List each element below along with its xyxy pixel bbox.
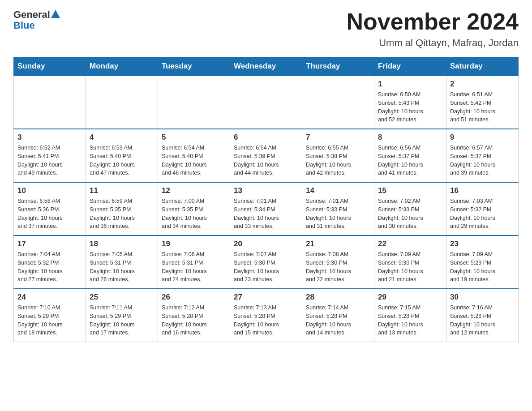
week-row-4: 17Sunrise: 7:04 AMSunset: 5:32 PMDayligh…: [14, 235, 519, 289]
day-number: 18: [90, 240, 154, 248]
day-info: Sunrise: 6:51 AMSunset: 5:42 PMDaylight:…: [450, 90, 515, 124]
calendar-cell: 28Sunrise: 7:14 AMSunset: 5:28 PMDayligh…: [302, 289, 374, 342]
calendar-cell: 13Sunrise: 7:01 AMSunset: 5:34 PMDayligh…: [230, 182, 302, 235]
weekday-header-saturday: Saturday: [446, 57, 519, 76]
calendar-cell: 1Sunrise: 6:50 AMSunset: 5:43 PMDaylight…: [374, 76, 446, 129]
weekday-header-row: SundayMondayTuesdayWednesdayThursdayFrid…: [14, 57, 519, 76]
calendar-cell: 14Sunrise: 7:01 AMSunset: 5:33 PMDayligh…: [302, 182, 374, 235]
calendar-cell: 30Sunrise: 7:16 AMSunset: 5:28 PMDayligh…: [446, 289, 519, 342]
day-info: Sunrise: 6:55 AMSunset: 5:38 PMDaylight:…: [306, 144, 370, 177]
day-number: 26: [162, 293, 226, 302]
day-number: 11: [90, 186, 154, 195]
calendar-cell: 15Sunrise: 7:02 AMSunset: 5:33 PMDayligh…: [374, 182, 446, 235]
day-number: 13: [234, 186, 298, 195]
calendar-cell: 16Sunrise: 7:03 AMSunset: 5:32 PMDayligh…: [446, 182, 519, 235]
day-number: 2: [450, 80, 515, 89]
day-info: Sunrise: 6:58 AMSunset: 5:36 PMDaylight:…: [17, 197, 82, 231]
day-info: Sunrise: 7:16 AMSunset: 5:28 PMDaylight:…: [450, 304, 515, 337]
calendar-cell: 23Sunrise: 7:09 AMSunset: 5:29 PMDayligh…: [446, 235, 519, 289]
day-info: Sunrise: 7:12 AMSunset: 5:28 PMDaylight:…: [162, 304, 226, 337]
calendar-cell: 10Sunrise: 6:58 AMSunset: 5:36 PMDayligh…: [14, 182, 86, 235]
calendar-cell: 29Sunrise: 7:15 AMSunset: 5:28 PMDayligh…: [374, 289, 446, 342]
calendar-cell: [14, 76, 86, 129]
day-number: 3: [17, 133, 82, 142]
calendar-cell: 6Sunrise: 6:54 AMSunset: 5:39 PMDaylight…: [230, 129, 302, 182]
day-info: Sunrise: 6:54 AMSunset: 5:40 PMDaylight:…: [162, 144, 226, 177]
day-number: 20: [234, 240, 298, 248]
day-info: Sunrise: 7:06 AMSunset: 5:31 PMDaylight:…: [162, 250, 226, 284]
logo-triangle-icon: [51, 10, 60, 18]
weekday-header-sunday: Sunday: [14, 57, 86, 76]
calendar-table: SundayMondayTuesdayWednesdayThursdayFrid…: [13, 57, 519, 342]
day-info: Sunrise: 7:14 AMSunset: 5:28 PMDaylight:…: [306, 304, 370, 337]
calendar-cell: [302, 76, 374, 129]
day-number: 7: [306, 133, 370, 142]
day-info: Sunrise: 7:11 AMSunset: 5:29 PMDaylight:…: [90, 304, 154, 337]
day-number: 5: [162, 133, 226, 142]
calendar-cell: 22Sunrise: 7:09 AMSunset: 5:30 PMDayligh…: [374, 235, 446, 289]
calendar-cell: 26Sunrise: 7:12 AMSunset: 5:28 PMDayligh…: [158, 289, 230, 342]
calendar-cell: 19Sunrise: 7:06 AMSunset: 5:31 PMDayligh…: [158, 235, 230, 289]
day-number: 29: [378, 293, 442, 302]
day-info: Sunrise: 6:52 AMSunset: 5:41 PMDaylight:…: [17, 144, 82, 177]
day-number: 15: [378, 186, 442, 195]
calendar-cell: 17Sunrise: 7:04 AMSunset: 5:32 PMDayligh…: [14, 235, 86, 289]
calendar-cell: 2Sunrise: 6:51 AMSunset: 5:42 PMDaylight…: [446, 76, 519, 129]
header: General Blue November 2024 Umm al Qittay…: [13, 9, 519, 49]
day-info: Sunrise: 7:03 AMSunset: 5:32 PMDaylight:…: [450, 197, 515, 231]
calendar-cell: 8Sunrise: 6:56 AMSunset: 5:37 PMDaylight…: [374, 129, 446, 182]
day-number: 4: [90, 133, 154, 142]
week-row-2: 3Sunrise: 6:52 AMSunset: 5:41 PMDaylight…: [14, 129, 519, 182]
calendar-cell: [86, 76, 158, 129]
day-info: Sunrise: 7:09 AMSunset: 5:29 PMDaylight:…: [450, 250, 515, 284]
day-info: Sunrise: 7:01 AMSunset: 5:34 PMDaylight:…: [234, 197, 298, 231]
weekday-header-tuesday: Tuesday: [158, 57, 230, 76]
logo-blue-text: Blue: [13, 20, 35, 31]
weekday-header-thursday: Thursday: [302, 57, 374, 76]
calendar-cell: 5Sunrise: 6:54 AMSunset: 5:40 PMDaylight…: [158, 129, 230, 182]
calendar-cell: 12Sunrise: 7:00 AMSunset: 5:35 PMDayligh…: [158, 182, 230, 235]
title-area: November 2024 Umm al Qittayn, Mafraq, Jo…: [347, 9, 519, 49]
calendar-subtitle: Umm al Qittayn, Mafraq, Jordan: [347, 37, 519, 49]
day-number: 30: [450, 293, 515, 302]
week-row-5: 24Sunrise: 7:10 AMSunset: 5:29 PMDayligh…: [14, 289, 519, 342]
day-info: Sunrise: 7:01 AMSunset: 5:33 PMDaylight:…: [306, 197, 370, 231]
week-row-1: 1Sunrise: 6:50 AMSunset: 5:43 PMDaylight…: [14, 76, 519, 129]
logo-general-text: General: [13, 9, 50, 21]
day-info: Sunrise: 6:54 AMSunset: 5:39 PMDaylight:…: [234, 144, 298, 177]
day-info: Sunrise: 6:53 AMSunset: 5:40 PMDaylight:…: [90, 144, 154, 177]
day-info: Sunrise: 7:04 AMSunset: 5:32 PMDaylight:…: [17, 250, 82, 284]
day-info: Sunrise: 7:00 AMSunset: 5:35 PMDaylight:…: [162, 197, 226, 231]
calendar-cell: 27Sunrise: 7:13 AMSunset: 5:28 PMDayligh…: [230, 289, 302, 342]
calendar-cell: 24Sunrise: 7:10 AMSunset: 5:29 PMDayligh…: [14, 289, 86, 342]
calendar-cell: 25Sunrise: 7:11 AMSunset: 5:29 PMDayligh…: [86, 289, 158, 342]
day-number: 21: [306, 240, 370, 248]
day-number: 23: [450, 240, 515, 248]
day-info: Sunrise: 6:59 AMSunset: 5:35 PMDaylight:…: [90, 197, 154, 231]
day-info: Sunrise: 7:02 AMSunset: 5:33 PMDaylight:…: [378, 197, 442, 231]
calendar-cell: 7Sunrise: 6:55 AMSunset: 5:38 PMDaylight…: [302, 129, 374, 182]
day-number: 8: [378, 133, 442, 142]
day-info: Sunrise: 6:57 AMSunset: 5:37 PMDaylight:…: [450, 144, 515, 177]
day-number: 12: [162, 186, 226, 195]
calendar-cell: [230, 76, 302, 129]
weekday-header-wednesday: Wednesday: [230, 57, 302, 76]
weekday-header-friday: Friday: [374, 57, 446, 76]
day-number: 28: [306, 293, 370, 302]
day-info: Sunrise: 7:10 AMSunset: 5:29 PMDaylight:…: [17, 304, 82, 337]
day-info: Sunrise: 6:56 AMSunset: 5:37 PMDaylight:…: [378, 144, 442, 177]
logo: General Blue: [13, 9, 60, 31]
day-number: 25: [90, 293, 154, 302]
day-info: Sunrise: 7:13 AMSunset: 5:28 PMDaylight:…: [234, 304, 298, 337]
week-row-3: 10Sunrise: 6:58 AMSunset: 5:36 PMDayligh…: [14, 182, 519, 235]
calendar-cell: 4Sunrise: 6:53 AMSunset: 5:40 PMDaylight…: [86, 129, 158, 182]
day-number: 22: [378, 240, 442, 248]
day-info: Sunrise: 7:07 AMSunset: 5:30 PMDaylight:…: [234, 250, 298, 284]
day-info: Sunrise: 7:09 AMSunset: 5:30 PMDaylight:…: [378, 250, 442, 284]
day-number: 24: [17, 293, 82, 302]
day-info: Sunrise: 7:15 AMSunset: 5:28 PMDaylight:…: [378, 304, 442, 337]
day-number: 14: [306, 186, 370, 195]
day-number: 17: [17, 240, 82, 248]
day-number: 16: [450, 186, 515, 195]
calendar-cell: 18Sunrise: 7:05 AMSunset: 5:31 PMDayligh…: [86, 235, 158, 289]
